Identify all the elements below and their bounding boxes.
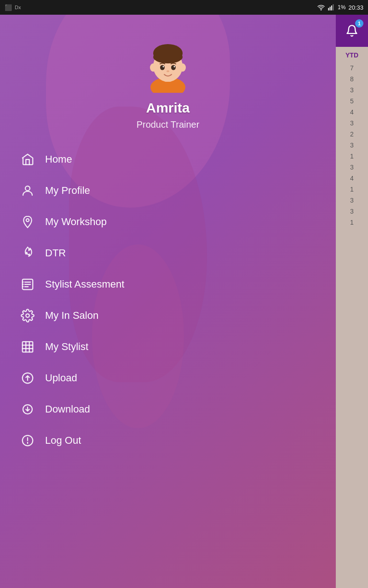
svg-point-14 — [163, 66, 164, 68]
avatar — [140, 38, 196, 93]
notification-button[interactable]: 1 — [336, 15, 368, 47]
svg-point-13 — [171, 65, 176, 70]
gear-icon — [18, 306, 37, 325]
menu-label-download: Download — [45, 403, 90, 415]
ytd-number: 4 — [338, 174, 366, 183]
svg-point-17 — [25, 186, 30, 191]
main-layout: Amrita Product Trainer Home My Profile — [0, 15, 368, 588]
svg-point-0 — [321, 10, 321, 10]
svg-rect-1 — [328, 8, 329, 10]
signal-icon — [328, 4, 335, 11]
location-icon — [18, 213, 37, 231]
ytd-number: 3 — [338, 196, 366, 205]
ytd-number: 8 — [338, 74, 366, 84]
android-icon: ⬛ — [5, 4, 12, 11]
ytd-number: 5 — [338, 96, 366, 106]
ytd-section: YTD 783543231341331 — [336, 47, 368, 588]
menu-item-upload[interactable]: Upload — [14, 362, 322, 394]
svg-rect-21 — [23, 342, 33, 352]
menu-label-upload: Upload — [45, 372, 77, 384]
ytd-number: 7 — [338, 63, 366, 73]
menu-label-my-workshop: My Workshop — [45, 216, 107, 228]
menu-label-my-stylist: My Stylist — [45, 341, 88, 353]
ytd-number: 3 — [338, 163, 366, 172]
user-name: Amrita — [146, 100, 190, 116]
status-bar: ⬛ Dx 1% 20:33 — [0, 0, 368, 15]
fire-icon — [18, 244, 37, 262]
time-display: 20:33 — [348, 4, 363, 11]
menu-item-log-out[interactable]: Log Out — [14, 425, 322, 456]
menu-item-stylist-assessment[interactable]: Stylist Assesment — [14, 269, 322, 300]
checklist-icon — [18, 275, 37, 294]
table-icon — [18, 338, 37, 356]
drawer: Amrita Product Trainer Home My Profile — [0, 15, 336, 588]
ytd-number: 1 — [338, 152, 366, 161]
ytd-number: 2 — [338, 130, 366, 139]
svg-point-20 — [26, 314, 29, 317]
svg-rect-2 — [330, 7, 331, 11]
ytd-number: 3 — [338, 119, 366, 128]
ytd-label: YTD — [338, 51, 366, 59]
svg-point-12 — [160, 65, 165, 70]
ytd-number: 3 — [338, 207, 366, 216]
notification-badge: 1 — [355, 19, 363, 28]
menu-item-home[interactable]: Home — [14, 144, 322, 175]
svg-point-11 — [179, 63, 186, 72]
menu-item-my-profile[interactable]: My Profile — [14, 175, 322, 206]
person-icon — [18, 181, 37, 200]
user-role: Product Trainer — [137, 119, 200, 130]
menu-label-dtr: DTR — [45, 247, 66, 259]
svg-point-10 — [150, 63, 156, 72]
menu-label-my-in-salon: My In Salon — [45, 310, 98, 322]
download-icon — [18, 400, 37, 418]
right-panel: 1 YTD 783543231341331 — [336, 15, 368, 588]
menu-item-my-workshop[interactable]: My Workshop — [14, 206, 322, 237]
ytd-number: 3 — [338, 141, 366, 150]
upload-icon — [18, 369, 37, 387]
ytd-number: 4 — [338, 107, 366, 117]
home-icon — [18, 150, 37, 169]
ytd-number: 1 — [338, 218, 366, 227]
ytd-number: 3 — [338, 85, 366, 95]
battery-text: 1% — [338, 4, 345, 11]
svg-point-9 — [153, 51, 183, 63]
menu-item-my-stylist[interactable]: My Stylist — [14, 331, 322, 362]
wifi-icon — [317, 4, 325, 11]
ytd-numbers-list: 783543231341331 — [338, 63, 366, 227]
menu-item-download[interactable]: Download — [14, 394, 322, 425]
svg-point-18 — [26, 219, 29, 221]
svg-point-16 — [167, 70, 169, 72]
menu-label-stylist-assessment: Stylist Assesment — [45, 278, 124, 290]
menu-item-dtr[interactable]: DTR — [14, 237, 322, 269]
menu-label-my-profile: My Profile — [45, 185, 90, 197]
ytd-number: 1 — [338, 185, 366, 194]
menu-item-my-in-salon[interactable]: My In Salon — [14, 300, 322, 331]
menu-label-home: Home — [45, 153, 72, 165]
svg-point-15 — [174, 66, 175, 68]
svg-rect-3 — [331, 6, 332, 11]
menu-list: Home My Profile My Workshop — [0, 144, 336, 456]
dx-icon: Dx — [15, 5, 21, 10]
menu-label-log-out: Log Out — [45, 435, 81, 447]
svg-rect-4 — [333, 4, 334, 10]
logout-icon — [18, 431, 37, 450]
avatar-section: Amrita Product Trainer — [0, 38, 336, 130]
